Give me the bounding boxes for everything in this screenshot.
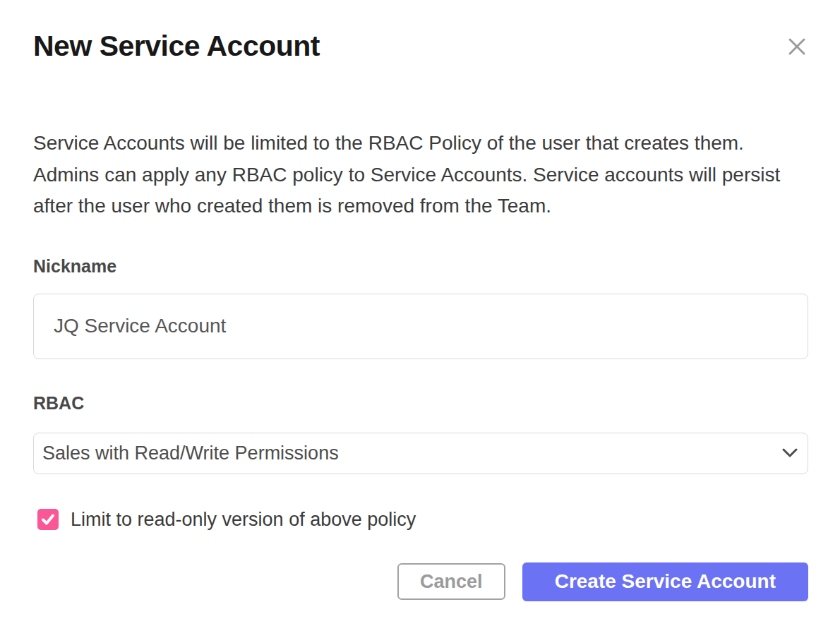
rbac-label: RBAC [33,393,808,414]
modal-description: Service Accounts will be limited to the … [33,128,808,222]
checkmark-icon [40,512,56,527]
read-only-checkbox-row: Limit to read-only version of above poli… [37,509,808,531]
close-button[interactable] [784,34,810,59]
nickname-label: Nickname [33,256,808,277]
create-service-account-button[interactable]: Create Service Account [522,562,808,601]
read-only-checkbox-label[interactable]: Limit to read-only version of above poli… [71,509,416,531]
new-service-account-modal: New Service Account Service Accounts wil… [0,0,840,638]
modal-footer: Cancel Create Service Account [33,562,808,601]
cancel-button[interactable]: Cancel [397,563,505,600]
modal-header: New Service Account [33,30,808,63]
rbac-select[interactable]: Sales with Read/Write Permissions [33,433,808,474]
nickname-input[interactable] [33,294,808,359]
rbac-selected-value: Sales with Read/Write Permissions [42,443,339,464]
read-only-checkbox[interactable] [37,509,59,530]
chevron-down-icon [782,448,798,458]
close-icon [786,36,808,57]
modal-title: New Service Account [33,30,808,63]
